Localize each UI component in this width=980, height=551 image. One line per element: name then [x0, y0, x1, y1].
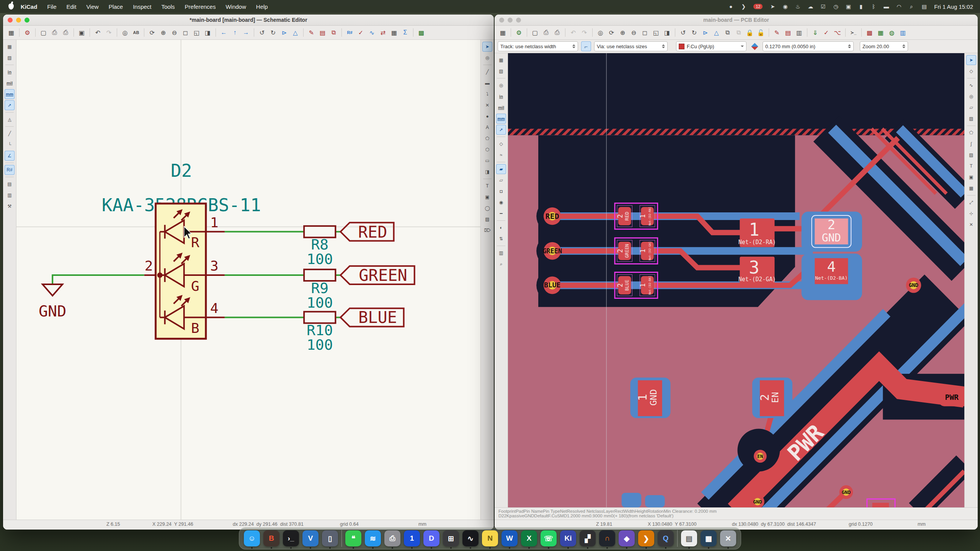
via-size-select[interactable]: Via: use netclass sizes — [594, 41, 668, 51]
units-mm-button[interactable]: mm — [496, 114, 506, 124]
properties-panel-button[interactable]: ▥ — [496, 248, 506, 258]
dock-gem-app[interactable]: ◆ — [619, 530, 635, 546]
no-connect-button[interactable]: ✕ — [482, 100, 492, 110]
record-icon[interactable]: ◉ — [782, 3, 788, 10]
dock-final-cut[interactable]: ▞ — [580, 530, 596, 546]
plot-button[interactable]: ⎙ — [552, 28, 562, 38]
pcb-canvas[interactable]: PWR — [508, 53, 964, 507]
units-inches-button[interactable]: in — [5, 67, 15, 77]
save-button[interactable]: ▦ — [6, 28, 16, 38]
textbox-tool-button[interactable]: ▣ — [482, 192, 492, 202]
free-angle-wires-button[interactable]: ╱ — [5, 129, 15, 139]
resistor-r10[interactable]: R10 100 — [304, 312, 335, 353]
track-outline-button[interactable]: ━ — [496, 209, 506, 218]
menu-preferences[interactable]: Preferences — [185, 3, 216, 10]
pwr-pad[interactable]: PWR — [939, 388, 964, 406]
zoom-fit-button[interactable]: ◻ — [640, 28, 650, 38]
up-button[interactable]: ↑ — [230, 28, 240, 38]
bottom-pad-2-en[interactable]: 2 EN — [752, 378, 792, 418]
display-icon[interactable]: ● — [728, 3, 733, 10]
assign-footprints-button[interactable]: ⇄ — [378, 28, 388, 38]
wires-45-button[interactable]: ∠ — [5, 151, 15, 161]
grid-size-select[interactable]: 0.1270 mm (0.0050 in) — [763, 41, 854, 51]
homebrew-icon[interactable]: ♨ — [795, 3, 800, 10]
annotate-auto-button[interactable]: R# — [5, 165, 15, 175]
search-panel-button[interactable]: ⌕ — [496, 259, 506, 269]
unlock-button[interactable]: 🔓 — [756, 28, 766, 38]
zone-fill-button[interactable]: ▰ — [496, 164, 506, 174]
apple-menu-icon[interactable] — [8, 3, 14, 10]
open-pcb-editor-button[interactable]: ▩ — [416, 28, 426, 38]
dock-calculator[interactable]: ⊞ — [443, 530, 459, 546]
dimension-tool-button[interactable]: ⤢ — [966, 197, 976, 207]
units-mm-button[interactable]: mm — [5, 89, 15, 99]
rotate-ccw-button[interactable]: ↺ — [257, 28, 267, 38]
delete-tool-button[interactable]: ✕ — [966, 220, 976, 230]
highlight-ratsnest-button[interactable]: ⌥ — [832, 28, 843, 38]
dock-messages[interactable]: ❝ — [345, 530, 361, 546]
pad-1-net-d2-ra[interactable]: 1 Net-(D2-RA) — [738, 218, 776, 247]
shape-tool-button[interactable]: ◯ — [482, 203, 492, 213]
mirror-v-button[interactable]: △ — [290, 28, 301, 38]
dock-whatsapp[interactable]: ☏ — [541, 530, 557, 546]
cursor-shape-button[interactable]: ➚ — [5, 100, 15, 110]
units-mils-button[interactable]: mil — [496, 103, 506, 112]
symbol-fields-table-button[interactable]: ▦ — [389, 28, 399, 38]
grid-overrides-button[interactable]: ▧ — [5, 53, 15, 63]
dock-brave[interactable]: B — [263, 530, 279, 546]
zoom-selection-button[interactable]: ◨ — [662, 28, 672, 38]
simulator-button[interactable]: ∿ — [367, 28, 377, 38]
print-button[interactable]: ⎙ — [541, 28, 551, 38]
th-pad-blue[interactable]: BLUE — [544, 277, 561, 294]
bottom-pad-1-gnd[interactable]: 1 GND — [630, 378, 671, 418]
select-tool-button[interactable]: ➤ — [966, 55, 976, 65]
polygon-tool-button[interactable]: ⬠ — [966, 128, 976, 138]
library-tools-button[interactable]: ⚒ — [5, 201, 15, 211]
scripting-console-button[interactable]: ≻_ — [848, 28, 859, 38]
dock-printer[interactable]: ⎙ — [384, 530, 400, 546]
properties-panel-button[interactable]: ▥ — [5, 190, 15, 200]
bluetooth-icon[interactable]: ᛒ — [871, 3, 876, 10]
update-from-schematic-button[interactable]: ⇓ — [810, 28, 820, 38]
edit-fields-button[interactable]: ✎ — [306, 28, 317, 38]
board-setup-button[interactable]: ⚙ — [514, 28, 524, 38]
drc-button[interactable]: ✓ — [821, 28, 831, 38]
find-replace-button[interactable]: AB — [131, 28, 141, 38]
component-ref[interactable]: D2 — [171, 160, 192, 181]
app-menu-kicad[interactable]: KiCad — [21, 3, 37, 10]
spotlight-icon[interactable]: ⌕ — [909, 3, 914, 10]
update-badge[interactable]: 12 — [753, 4, 763, 9]
pad-3-net-d2-ga[interactable]: 3 Net-(D2-GA) — [738, 257, 776, 284]
pad-outline-button[interactable]: ◘ — [496, 186, 506, 196]
zoom-selection-button[interactable]: ◨ — [203, 28, 213, 38]
menu-file[interactable]: File — [47, 3, 56, 10]
via-outline-button[interactable]: ◉ — [496, 197, 506, 207]
bus-tool-button[interactable]: ▬ — [482, 78, 492, 88]
dock-trash[interactable]: ✕ — [720, 530, 736, 546]
find-button[interactable]: ◎ — [120, 28, 130, 38]
track-width-select[interactable]: Track: use netclass width — [498, 41, 578, 51]
units-inches-button[interactable]: in — [496, 91, 506, 101]
zoom-out-button[interactable]: ⊖ — [629, 28, 639, 38]
minimize-button[interactable] — [508, 18, 513, 23]
ratsnest-curved-button[interactable]: ≈ — [496, 150, 506, 160]
grid-visibility-button[interactable]: ▦ — [496, 55, 506, 65]
dock-excel[interactable]: X — [521, 530, 537, 546]
refresh-button[interactable]: ⟳ — [147, 28, 157, 38]
bom-button[interactable]: Σ — [400, 28, 410, 38]
menubar-clock[interactable]: Fri 1 Aug 15:02 — [934, 3, 973, 10]
page-settings-button[interactable]: ▢ — [530, 28, 540, 38]
plot-button[interactable]: ⎙ — [60, 28, 71, 38]
track-posture-button[interactable]: ⌐ — [581, 41, 591, 51]
local-ratsnest-button[interactable]: ◇ — [966, 66, 976, 76]
control-center-icon[interactable]: ▤ — [921, 3, 927, 10]
new-sheet-button[interactable]: ▢ — [38, 28, 49, 38]
th-pad-red[interactable]: RED — [544, 207, 561, 225]
menu-window[interactable]: Window — [225, 3, 246, 10]
image-tool-button[interactable]: ▨ — [966, 150, 976, 160]
dock-vscode[interactable]: V — [302, 530, 318, 546]
dock-audacity[interactable]: ∩ — [599, 530, 615, 546]
dock-audio-tool[interactable]: ∿ — [462, 530, 479, 546]
dock-stack[interactable]: ▦ — [701, 530, 717, 546]
dock-finder[interactable]: ☺ — [244, 530, 260, 546]
